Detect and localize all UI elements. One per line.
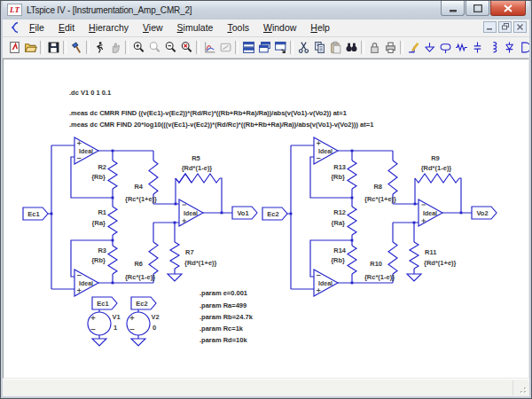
menu-help[interactable]: Help — [303, 20, 337, 35]
svg-text:Ec2: Ec2 — [267, 210, 278, 218]
mdi-restore-button[interactable] — [498, 21, 512, 33]
zoom-full-extents-icon[interactable] — [178, 39, 194, 55]
save-icon[interactable] — [45, 39, 61, 55]
capacitor-icon[interactable] — [469, 39, 485, 55]
inductor-icon[interactable] — [485, 39, 501, 55]
resistor-fb-out[interactable]: R9 {Rd*(1-e)} — [415, 154, 459, 183]
opamp-buffer-top[interactable]: Ideal — [314, 137, 338, 164]
svg-text:{Rd*(1+e)}: {Rd*(1+e)} — [424, 259, 457, 267]
resistor-fb-out[interactable]: R5 {Rd*(1-e)} — [176, 154, 220, 183]
print-preview-icon[interactable] — [366, 39, 382, 55]
menu-view[interactable]: View — [136, 20, 170, 35]
resistor-gnd[interactable]: R7 {Rd*(1+e)} — [170, 242, 217, 269]
resistor-fb-top[interactable]: R13 {Rb} — [331, 160, 356, 189]
schematic-canvas[interactable]: .dc V1 0 1 0.1 .meas dc CMRR FIND ((v(Ec… — [3, 59, 529, 379]
voltage-source-v2[interactable]: Ec2 V2 0 — [127, 297, 160, 346]
spice-directive-meas-cmrr[interactable]: .meas dc CMRR FIND ((v(Ec1)-v(Ec2))*(Rd/… — [69, 109, 347, 117]
svg-text:R1: R1 — [98, 208, 106, 216]
resistor-gain[interactable]: R1 {Ra} — [92, 207, 117, 235]
opamp-diff[interactable]: Ideal — [179, 200, 203, 226]
plot-settings-icon[interactable] — [217, 39, 233, 55]
svg-text:R4: R4 — [134, 183, 143, 191]
resistor-fb-top[interactable]: R2 {Rb} — [91, 160, 117, 189]
schematic-doc-icon — [6, 20, 22, 35]
svg-text:{Rc*(1+e)}: {Rc*(1+e)} — [125, 195, 157, 203]
spice-directive-dc[interactable]: .dc V1 0 1 0.1 — [69, 89, 111, 97]
zoom-back-icon[interactable] — [146, 39, 162, 55]
svg-text:Ec1: Ec1 — [27, 210, 39, 218]
toolbar-separator — [400, 41, 403, 54]
opamp-buffer-top[interactable]: Ideal — [74, 137, 98, 164]
cut-icon[interactable] — [295, 39, 311, 55]
svg-text:{Ra}: {Ra} — [92, 219, 106, 227]
menu-edit[interactable]: Edit — [51, 20, 82, 35]
resistor-in-bottom[interactable]: R10 {Rc*(1-e)} — [364, 242, 397, 281]
svg-text:V2: V2 — [152, 313, 160, 321]
spice-param-ra[interactable]: .param Ra=499 — [200, 301, 246, 309]
spice-param-rb[interactable]: .param Rb=24.7k — [200, 313, 254, 321]
halt-icon[interactable] — [107, 39, 123, 55]
svg-text:Ideal: Ideal — [79, 280, 93, 286]
mdi-close-button[interactable] — [513, 21, 527, 33]
opamp-buffer-bottom[interactable]: Ideal — [314, 270, 338, 296]
svg-text:R10: R10 — [370, 260, 382, 268]
diode-icon[interactable] — [501, 39, 517, 55]
new-schematic-icon[interactable] — [6, 39, 22, 55]
resistor-in-top[interactable]: R8 {Rc*(1+e)} — [364, 160, 397, 203]
menu-window[interactable]: Window — [256, 20, 303, 35]
svg-text:R7: R7 — [185, 248, 194, 256]
opamp-diff[interactable]: Ideal — [419, 200, 442, 226]
menu-simulate[interactable]: Simulate — [170, 20, 221, 35]
spice-param-rd[interactable]: .param Rd=10k — [200, 336, 247, 344]
tile-horizontal-icon[interactable] — [240, 39, 256, 55]
port-output[interactable]: Vo2 — [472, 207, 497, 219]
spice-param-e[interactable]: .param e=0.001 — [200, 289, 247, 297]
minimize-button[interactable] — [441, 1, 465, 16]
open-icon[interactable] — [22, 39, 38, 55]
svg-text:R2: R2 — [98, 163, 106, 171]
find-icon[interactable] — [343, 39, 359, 55]
resistor-fb-bottom[interactable]: R3 {Rb} — [91, 246, 117, 274]
app-logo-icon: LT — [7, 4, 22, 16]
copy-icon[interactable] — [311, 39, 327, 55]
menu-tools[interactable]: Tools — [220, 20, 256, 35]
cascade-icon[interactable] — [256, 39, 272, 55]
tile-vertical-icon[interactable] — [272, 39, 288, 55]
resistor-gnd[interactable]: R11 {Rd*(1+e)} — [410, 242, 457, 269]
ltspice-window: LT LTspice IV - [Instrumentation_Amp_CMR… — [0, 0, 532, 399]
spice-directive-meas-cmr[interactable]: .meas dc CMR FIND 20*log10(((v(Ec1)-v(Ec… — [69, 121, 373, 129]
svg-text:R8: R8 — [373, 183, 382, 191]
spice-param-rc[interactable]: .param Rc=1k — [200, 325, 244, 332]
toolbar-separator — [86, 41, 90, 54]
voltage-source-v1[interactable]: Ec1 V1 1 — [88, 297, 121, 346]
resistor-icon[interactable] — [453, 39, 469, 55]
opamp-buffer-bottom[interactable]: Ideal — [74, 270, 98, 296]
resistor-in-top[interactable]: R4 {Rc*(1+e)} — [125, 160, 158, 203]
menu-file[interactable]: File — [22, 20, 51, 35]
resize-grip[interactable] — [512, 380, 529, 395]
mdi-minimize-button[interactable] — [483, 21, 497, 33]
svg-text:Ec1: Ec1 — [97, 300, 108, 308]
port-output[interactable]: Vo1 — [232, 207, 257, 219]
zoom-in-icon[interactable] — [130, 39, 146, 55]
resistor-fb-bottom[interactable]: R14 {Rb} — [331, 246, 356, 274]
print-icon[interactable] — [382, 39, 398, 55]
control-panel-icon[interactable] — [68, 39, 84, 55]
port-input[interactable]: Ec2 — [262, 207, 287, 220]
component-icon[interactable] — [517, 39, 529, 55]
menu-hierarchy[interactable]: Hierarchy — [82, 20, 136, 35]
resistor-in-bottom[interactable]: R6 {Rc*(1-e)} — [125, 242, 158, 281]
toolbar-separator — [361, 41, 364, 54]
resistor-gain[interactable]: R12 {Ra} — [332, 207, 356, 235]
zoom-out-icon[interactable] — [162, 39, 178, 55]
ground-icon[interactable] — [421, 39, 437, 55]
label-net-icon[interactable] — [437, 39, 453, 55]
paste-icon[interactable] — [327, 39, 343, 55]
svg-text:0: 0 — [153, 324, 156, 332]
port-input[interactable]: Ec1 — [23, 207, 48, 220]
autorange-y-axis-icon[interactable] — [201, 39, 217, 55]
run-icon[interactable] — [91, 39, 107, 55]
close-button[interactable] — [490, 1, 526, 16]
wire-icon[interactable] — [405, 39, 421, 55]
maximize-button[interactable] — [466, 1, 489, 16]
